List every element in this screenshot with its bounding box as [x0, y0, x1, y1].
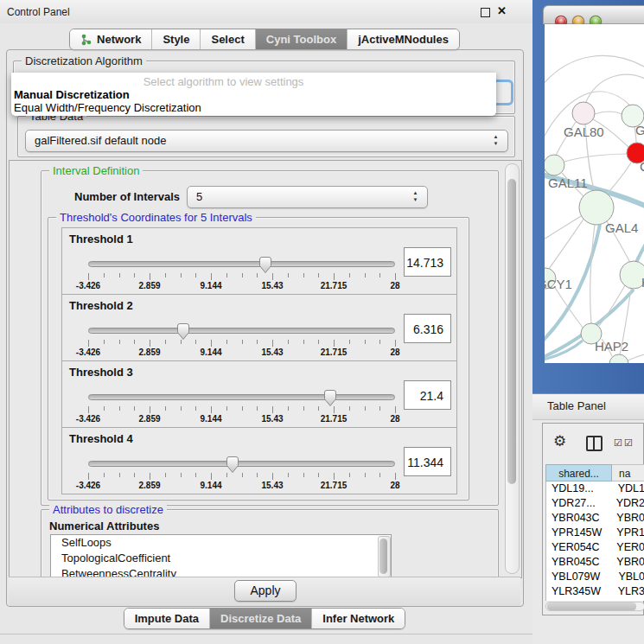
cell-shared-name[interactable]: YER054C: [546, 540, 613, 555]
attribute-item[interactable]: SelfLoops: [51, 535, 391, 551]
threshold-slider-track[interactable]: [88, 461, 395, 467]
tab-discretize-data[interactable]: Discretize Data: [210, 609, 312, 628]
table-row[interactable]: YBR043CYBR0: [546, 511, 644, 526]
network-node[interactable]: [620, 261, 644, 289]
network-canvas[interactable]: GAL80GCGAL11GAL4GCY1HHAP2: [545, 24, 644, 363]
tab-jactivemnodules[interactable]: jActiveMNodules: [348, 29, 459, 49]
spinner-arrows-icon: ▲▼: [411, 189, 419, 203]
attributes-scrollbar[interactable]: [378, 536, 391, 577]
slider-tick: [365, 340, 366, 344]
slider-tick: [318, 473, 319, 477]
settings-scrollbar-thumb[interactable]: [507, 179, 516, 484]
apply-button[interactable]: Apply: [234, 580, 296, 602]
threshold-value-field[interactable]: 21.4: [404, 380, 451, 410]
table-row[interactable]: YLR345WYLR3: [546, 584, 644, 599]
cell-name[interactable]: YBR0: [613, 555, 644, 570]
network-node[interactable]: [545, 155, 564, 175]
column-header-shared-name[interactable]: shared...: [545, 464, 612, 481]
network-edge[interactable]: [628, 353, 644, 360]
cell-shared-name[interactable]: YDL19...: [546, 481, 615, 496]
slider-tick: [318, 340, 319, 344]
threshold-value-field[interactable]: 14.713: [404, 247, 451, 277]
network-edge[interactable]: [599, 285, 625, 326]
cell-name[interactable]: YER0: [613, 540, 644, 555]
table-row[interactable]: YIL052CYIL0: [546, 599, 644, 601]
network-edge-thick[interactable]: [545, 341, 583, 361]
threshold-value-field[interactable]: 11.344: [404, 447, 451, 476]
network-window-titlebar[interactable]: [543, 5, 644, 24]
checkbox-icon[interactable]: ☑: [624, 437, 633, 449]
algorithm-option[interactable]: Equal Width/Frequency Discretization: [14, 101, 201, 114]
threshold-slider-track[interactable]: [88, 261, 395, 267]
threshold-slider-track[interactable]: [88, 394, 395, 400]
threshold-slider-track[interactable]: [88, 328, 395, 334]
attributes-scrollbar-thumb[interactable]: [379, 539, 387, 574]
tab-cyni-toolbox[interactable]: Cyni Toolbox: [256, 29, 348, 49]
table-data-combobox-value: galFiltered.sif default node: [35, 134, 166, 147]
slider-tick-label: 15.43: [251, 481, 294, 490]
table-row[interactable]: YDL19...YDL1: [546, 481, 644, 496]
slider-tick: [242, 273, 243, 277]
cell-name[interactable]: YDL1: [615, 481, 644, 496]
network-edge[interactable]: [564, 154, 628, 162]
column-header-name[interactable]: na: [612, 464, 644, 481]
slider-tick: [272, 340, 273, 347]
cell-shared-name[interactable]: YBR045C: [546, 555, 613, 570]
numerical-attributes-list[interactable]: SelfLoopsTopologicalCoefficientBetweenne…: [50, 534, 392, 578]
threshold-panel: Threshold 4-3.4262.8599.14415.4321.71528…: [61, 427, 457, 494]
cell-shared-name[interactable]: YBR043C: [546, 511, 613, 526]
tab-infer-network[interactable]: Infer Network: [312, 609, 405, 628]
tab-network[interactable]: Network: [70, 29, 152, 49]
network-edge[interactable]: [590, 225, 595, 323]
cell-shared-name[interactable]: YPR145W: [546, 526, 613, 540]
tab-impute-data[interactable]: Impute Data: [124, 609, 210, 628]
number-of-intervals-combobox[interactable]: 5 ▲▼: [187, 186, 428, 208]
slider-tick: [165, 473, 166, 477]
network-node[interactable]: [579, 190, 614, 225]
slider-tick-label: 9.144: [189, 348, 233, 357]
cell-name[interactable]: YPR1: [613, 526, 644, 540]
network-node[interactable]: [572, 102, 595, 124]
threshold-slider-handle[interactable]: [258, 255, 273, 275]
table-horizontal-scrollbar-thumb[interactable]: [547, 603, 636, 610]
threshold-value-field[interactable]: 6.316: [404, 314, 451, 343]
slider-tick-label: 28: [373, 414, 417, 424]
split-columns-icon[interactable]: [586, 436, 603, 451]
slider-tick: [334, 473, 335, 480]
table-row[interactable]: YPR145WYPR1: [546, 526, 644, 540]
cell-name[interactable]: YBR0: [613, 511, 644, 526]
algorithm-option[interactable]: Manual Discretization: [14, 88, 130, 101]
slider-tick: [165, 406, 166, 411]
slider-tick: [395, 340, 396, 347]
network-edge[interactable]: [595, 112, 622, 114]
threshold-slider-handle[interactable]: [322, 388, 338, 408]
attribute-item[interactable]: TopologicalCoefficient: [51, 551, 391, 566]
close-icon[interactable]: ✕: [497, 4, 507, 17]
numerical-attributes-label: Numerical Attributes: [49, 520, 159, 532]
threshold-slider-handle[interactable]: [175, 322, 191, 341]
tab-select[interactable]: Select: [201, 29, 255, 49]
table-row[interactable]: YER054CYER0: [546, 540, 644, 555]
threshold-slider-handle[interactable]: [225, 455, 240, 475]
table-row[interactable]: YBL079WYBL0: [546, 570, 644, 584]
threshold-label: Threshold 3: [69, 366, 133, 379]
network-edge[interactable]: [585, 74, 644, 104]
settings-scrollbar[interactable]: [505, 163, 520, 574]
table-row[interactable]: YDR27...YDR2: [546, 496, 644, 511]
table-row[interactable]: YBR045CYBR0: [546, 555, 644, 570]
gear-icon[interactable]: ⚙: [553, 432, 566, 450]
float-window-icon[interactable]: [481, 8, 490, 17]
cell-shared-name[interactable]: YIL052C: [546, 599, 615, 601]
checkbox-icon[interactable]: ☑: [614, 437, 622, 449]
cell-shared-name[interactable]: YDR27...: [546, 496, 613, 511]
cell-name[interactable]: YIL0: [615, 599, 641, 601]
cell-name[interactable]: YLR3: [615, 584, 644, 599]
cell-name[interactable]: YBL0: [615, 570, 644, 584]
control-panel-title: Control Panel: [7, 6, 70, 18]
cell-name[interactable]: YDR2: [613, 496, 644, 511]
table-horizontal-scrollbar[interactable]: [545, 602, 644, 611]
tab-style[interactable]: Style: [152, 29, 201, 49]
cell-shared-name[interactable]: YBL079W: [546, 570, 615, 584]
cell-shared-name[interactable]: YLR345W: [546, 584, 615, 599]
table-data-combobox[interactable]: galFiltered.sif default node ▲▼: [25, 130, 508, 152]
